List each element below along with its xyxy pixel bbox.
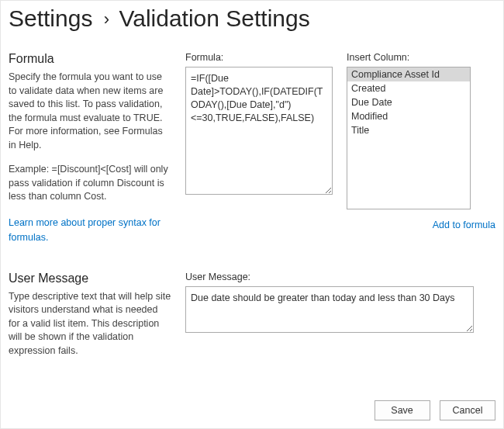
insert-column-option[interactable]: Compliance Asset Id <box>347 67 470 81</box>
formula-input-panel: Formula: <box>185 52 333 245</box>
validation-settings-page: Settings › Validation Settings Formula S… <box>0 0 504 429</box>
insert-column-option[interactable]: Created <box>347 81 470 95</box>
user-message-label: User Message: <box>185 272 495 282</box>
breadcrumb-current: Validation Settings <box>119 5 309 31</box>
user-message-input-panel: User Message: <box>185 272 495 358</box>
user-message-input[interactable] <box>185 286 474 333</box>
formula-help-link[interactable]: Learn more about proper syntax for formu… <box>9 217 161 244</box>
insert-column-panel: Insert Column: Compliance Asset IdCreate… <box>347 52 495 245</box>
formula-section-title: Formula <box>9 52 171 66</box>
cancel-button[interactable]: Cancel <box>440 400 495 420</box>
formula-label: Formula: <box>185 52 333 63</box>
insert-column-option[interactable]: Title <box>347 123 470 137</box>
button-bar: Save Cancel <box>368 400 495 420</box>
user-message-row: User Message Type descriptive text that … <box>9 272 495 358</box>
insert-column-option[interactable]: Due Date <box>347 95 470 109</box>
insert-column-option[interactable]: Modified <box>347 109 470 123</box>
formula-help-panel: Formula Specify the formula you want to … <box>9 52 171 245</box>
insert-column-list[interactable]: Compliance Asset IdCreatedDue DateModifi… <box>347 67 471 209</box>
add-to-formula-link[interactable]: Add to formula <box>433 220 495 230</box>
user-message-section-title: User Message <box>9 272 171 285</box>
formula-row: Formula Specify the formula you want to … <box>9 52 495 245</box>
formula-example: Example: =[Discount]<[Cost] will only pa… <box>9 163 171 204</box>
breadcrumb-root-link[interactable]: Settings <box>9 5 92 31</box>
formula-description: Specify the formula you want to use to v… <box>9 71 171 152</box>
breadcrumb: Settings › Validation Settings <box>9 5 495 32</box>
user-message-help-panel: User Message Type descriptive text that … <box>9 272 171 358</box>
user-message-description: Type descriptive text that will help sit… <box>9 290 171 358</box>
insert-column-label: Insert Column: <box>347 52 495 63</box>
chevron-right-icon: › <box>104 9 109 29</box>
formula-input[interactable] <box>185 67 333 195</box>
save-button[interactable]: Save <box>375 400 430 420</box>
